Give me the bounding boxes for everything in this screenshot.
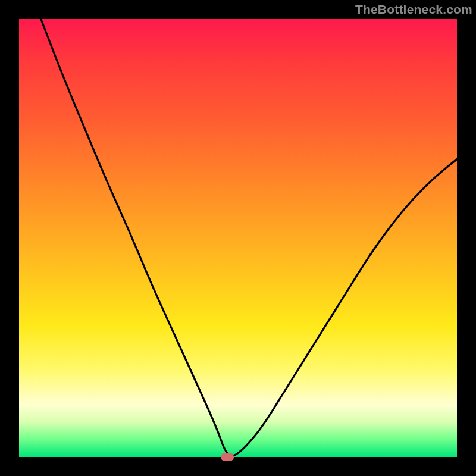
watermark-text: TheBottleneck.com [355,2,472,17]
curve-path [41,19,457,456]
min-marker [221,453,234,461]
bottleneck-curve [19,19,457,457]
plot-area [19,19,457,457]
chart-frame: TheBottleneck.com [0,0,476,476]
